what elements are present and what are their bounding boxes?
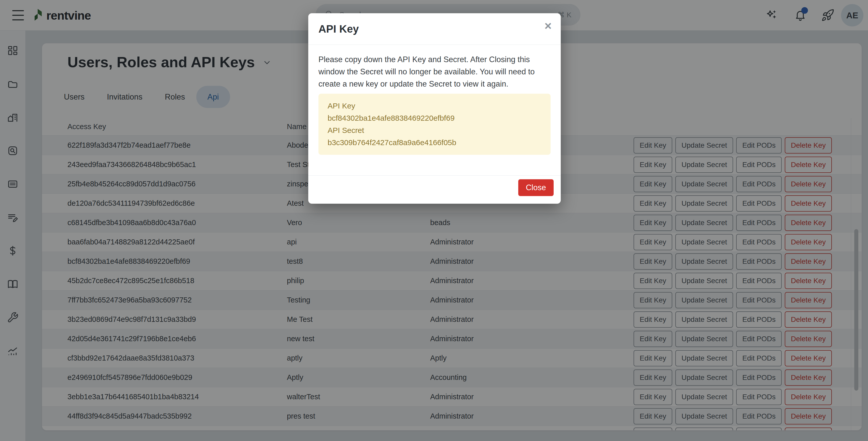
api-key-box: API Key bcf84302ba1e4afe8838469220efbf69… bbox=[318, 94, 551, 155]
modal-body: Please copy down the API Key and Secret.… bbox=[308, 45, 561, 155]
modal-footer: Close bbox=[308, 175, 561, 204]
api-key-label: API Key bbox=[328, 100, 541, 112]
api-key-value: bcf84302ba1e4afe8838469220efbf69 bbox=[328, 112, 541, 124]
close-icon[interactable]: × bbox=[545, 20, 552, 32]
api-secret-value: b3c309b764f2427caf8a9a6e4166f05b bbox=[328, 137, 541, 149]
api-secret-label: API Secret bbox=[328, 124, 541, 137]
api-key-modal: API Key × Please copy down the API Key a… bbox=[308, 13, 561, 204]
modal-message: Please copy down the API Key and Secret.… bbox=[318, 54, 551, 90]
modal-title: API Key bbox=[308, 13, 561, 45]
close-button[interactable]: Close bbox=[518, 179, 554, 196]
modal-header: API Key × bbox=[308, 13, 561, 45]
